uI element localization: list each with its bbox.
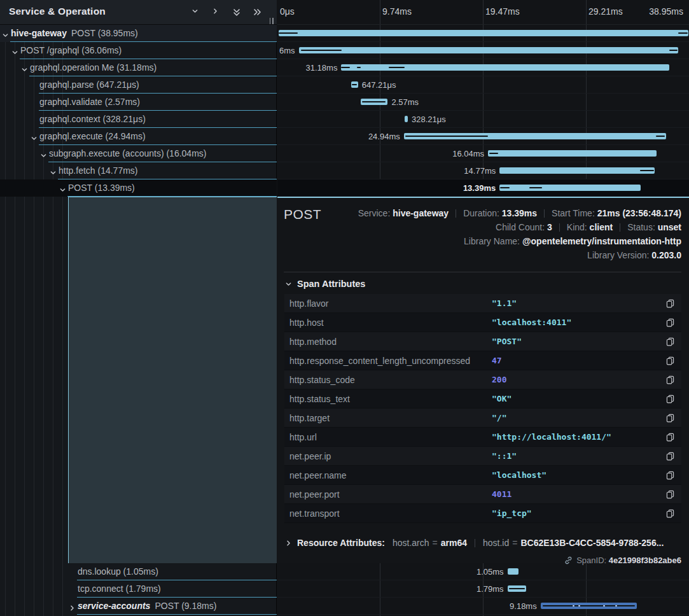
span-bar[interactable] (351, 81, 358, 88)
span-attributes-title: Span Attributes (297, 279, 365, 289)
span-bar-child-marker (640, 170, 654, 171)
span-attributes-table: http.flavor"1.1"http.host"localhost:4011… (284, 294, 681, 523)
chevron-down-icon[interactable] (191, 8, 200, 17)
chevron-right-icon[interactable] (212, 8, 221, 17)
span-bar[interactable] (299, 47, 678, 53)
attribute-value: "/" (492, 413, 506, 423)
meta-value: 13.39ms (502, 208, 537, 218)
copy-icon[interactable] (666, 452, 675, 461)
meta-label: Service: (358, 208, 393, 218)
span-bar[interactable] (341, 64, 669, 71)
span-row-tcp-connect[interactable]: tcp.connect (1.79ms) (0, 580, 277, 598)
attribute-row: http.status_code200 (284, 370, 681, 389)
span-bar-row: 16.04ms (277, 145, 689, 162)
span-id-row: SpanID: 4e21998f3b82abe6 (564, 556, 681, 565)
span-attributes-header[interactable]: Span Attributes (285, 279, 365, 289)
meta-value: @opentelemetry/instrumentation-http (522, 236, 681, 246)
copy-icon[interactable] (666, 509, 675, 519)
attribute-key: http.status_code (289, 375, 355, 385)
copy-icon[interactable] (666, 414, 675, 423)
span-bar[interactable] (404, 133, 666, 139)
copy-icon[interactable] (666, 375, 675, 385)
chevron-right-icon (285, 538, 292, 545)
meta-separator (620, 223, 620, 232)
span-bar[interactable] (541, 603, 637, 609)
resource-key: host.id (483, 538, 509, 548)
attribute-row: net.peer.port4011 (284, 485, 681, 504)
chevron-down-icon[interactable] (59, 185, 66, 192)
span-bar[interactable] (405, 116, 408, 122)
span-row-dns-lookup[interactable]: dns.lookup (1.05ms) (0, 563, 277, 580)
copy-icon[interactable] (666, 356, 675, 366)
copy-icon[interactable] (666, 299, 675, 309)
span-bar[interactable] (488, 150, 657, 157)
attribute-value: "POST" (492, 337, 522, 346)
meta-label: Kind: (567, 222, 590, 232)
resource-separator (475, 539, 475, 547)
span-row-post[interactable]: service-accountsPOST (9.18ms) (0, 598, 277, 615)
resource-attributes-row[interactable]: Resource Attributes:host.arch=arm64host.… (285, 538, 664, 548)
span-bar[interactable] (508, 585, 527, 592)
span-row-label: graphql.parse (647.21μs) (39, 80, 139, 90)
span-bar[interactable] (508, 568, 518, 575)
attribute-value: 200 (492, 375, 506, 384)
span-row-graphql-parse[interactable]: graphql.parse (647.21μs) (0, 76, 277, 94)
span-row-graphql-execute[interactable]: graphql.execute (24.94ms) (0, 128, 277, 145)
span-bar-child-marker (489, 153, 499, 154)
span-duration-label: 647.21μs (362, 80, 396, 90)
span-row-graphql-context[interactable]: graphql.context (328.21μs) (0, 111, 277, 128)
span-row-label: http.fetch (14.77ms) (59, 165, 138, 176)
attribute-key: net.transport (289, 508, 340, 519)
chevron-down-icon[interactable] (2, 30, 9, 37)
attribute-row: http.status_text"OK" (284, 389, 681, 409)
span-row-post[interactable]: POST (13.39ms) (0, 179, 277, 197)
attribute-row: net.peer.name"localhost" (284, 466, 681, 485)
chevron-down-icon[interactable] (21, 64, 28, 71)
span-bar[interactable] (279, 30, 688, 36)
copy-icon[interactable] (666, 318, 675, 328)
span-bar-child-marker (301, 50, 342, 51)
meta-label: Library Name: (464, 236, 522, 246)
span-row-post-graphql[interactable]: POST /graphql (36.06ms) (0, 42, 277, 59)
span-bar[interactable] (499, 167, 655, 174)
span-bar-row: 13.39ms (277, 179, 689, 197)
chevron-right-icon[interactable] (69, 603, 76, 610)
span-bar-child-marker (362, 101, 386, 102)
span-duration-label: 1.79ms (477, 584, 504, 594)
chevron-down-icon[interactable] (50, 167, 57, 174)
column-resizer[interactable] (268, 15, 275, 23)
double-chevron-down-icon[interactable] (232, 8, 241, 17)
copy-icon[interactable] (666, 471, 675, 480)
copy-icon[interactable] (666, 490, 675, 500)
span-row-label: POST (13.39ms) (68, 183, 135, 193)
span-row-subgraph-execute-accounts-[interactable]: subgraph.execute (accounts) (16.04ms) (0, 145, 277, 162)
span-bar-row: 31.18ms (277, 59, 689, 76)
double-chevron-right-icon[interactable] (253, 8, 261, 17)
span-bar-child-marker (357, 67, 361, 68)
link-icon[interactable] (564, 556, 573, 564)
span-bar-row: 14.77ms (277, 162, 689, 179)
span-bar[interactable] (499, 185, 640, 191)
timeline-tick-label: 0μs (280, 6, 295, 17)
span-row-graphql-validate[interactable]: graphql.validate (2.57ms) (0, 94, 277, 111)
operation-name: graphql.parse (647.21μs) (39, 80, 139, 90)
chevron-down-icon[interactable] (31, 133, 38, 140)
chevron-down-icon[interactable] (40, 150, 47, 157)
timeline-tick-label: 38.95ms (649, 6, 683, 17)
timeline-column: 0μs9.74ms19.47ms29.21ms38.95ms 6ms31.18m… (277, 0, 689, 616)
detail-meta-line: Library Version: 0.203.0 (587, 250, 681, 260)
span-bar[interactable] (361, 99, 387, 105)
span-id-value[interactable]: 4e21998f3b82abe6 (609, 556, 681, 565)
span-row-http-fetch[interactable]: http.fetch (14.77ms) (0, 162, 277, 179)
operation-name: graphql.validate (2.57ms) (39, 97, 140, 107)
span-duration-label: 6ms (279, 46, 295, 55)
copy-icon[interactable] (666, 395, 675, 404)
copy-icon[interactable] (666, 337, 675, 347)
span-row-label: graphql.context (328.21μs) (39, 114, 146, 124)
span-duration-label: 328.21μs (412, 115, 446, 124)
span-bar-child-marker (405, 136, 488, 137)
chevron-down-icon[interactable] (11, 47, 18, 54)
span-row-post[interactable]: hive-gatewayPOST (38.95ms) (0, 25, 277, 42)
copy-icon[interactable] (666, 433, 675, 442)
span-row-graphql-operation-me[interactable]: graphql.operation Me (31.18ms) (0, 59, 277, 76)
